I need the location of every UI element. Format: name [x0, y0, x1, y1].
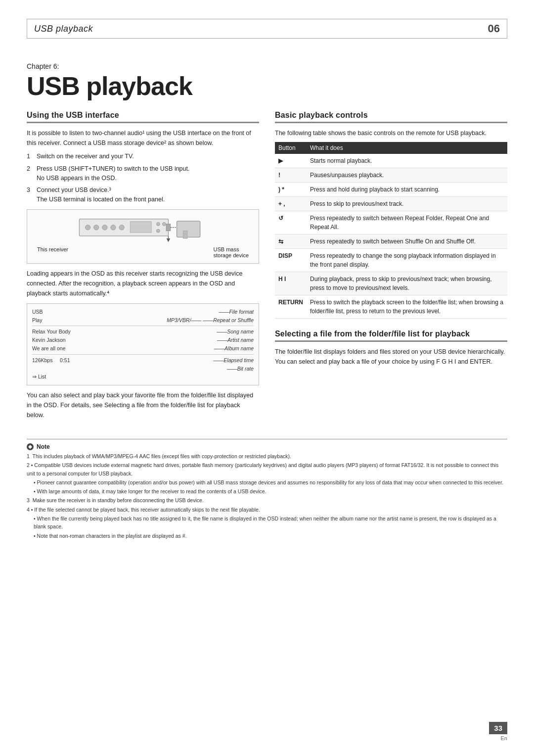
step-1-num: 1 — [27, 152, 34, 161]
diagram-labels: This receiver USB massstorage device — [32, 246, 254, 258]
selecting-section: Selecting a file from the folder/file li… — [275, 330, 507, 367]
note-list: 1 This includes playback of WMA/MP3/MPEG… — [27, 452, 507, 540]
svg-point-1 — [85, 225, 90, 230]
svg-rect-13 — [183, 231, 187, 238]
osd-row-8: ⇒ List — [32, 373, 254, 381]
osd-row-4: Kevin Jackson ——Artist name — [32, 336, 254, 344]
note-header: ◆ Note — [27, 443, 507, 450]
svg-point-8 — [162, 222, 166, 226]
header-title: USB playback — [34, 24, 93, 34]
svg-point-2 — [94, 225, 99, 230]
header-page-number: 06 — [488, 22, 500, 35]
btn-play: ▶ — [275, 154, 307, 168]
chapter-label: Chapter 6: — [27, 62, 507, 70]
svg-point-9 — [156, 229, 160, 233]
table-row: ⇆ Press repeatedly to switch between Shu… — [275, 235, 507, 249]
device-inner: This receiver USB massstorage device — [32, 215, 254, 258]
step-1-text: Switch on the receiver and your TV. — [37, 152, 134, 161]
table-body: ▶ Starts normal playback. ! Pauses/unpau… — [275, 154, 507, 319]
step-3: 3 Connect your USB device.³The USB termi… — [27, 186, 259, 204]
two-col-layout: Using the USB interface It is possible t… — [27, 111, 507, 424]
note-item-2: 2 • Compatible USB devices include exter… — [27, 461, 507, 477]
table-row: ) * Press and hold during playback to st… — [275, 183, 507, 197]
left-column: Using the USB interface It is possible t… — [27, 111, 259, 424]
action-play: Starts normal playback. — [307, 154, 507, 168]
note-item-3: 3 Make sure the receiver is in standby b… — [27, 496, 507, 504]
osd-diagram: USB ——File format Play MP3/VBR/—— ——Repe… — [27, 303, 259, 385]
btn-skip: + , — [275, 197, 307, 211]
svg-rect-12 — [177, 221, 200, 237]
osd-row-3: Relax Your Body ——Song name — [32, 328, 254, 336]
table-row: H I During playback, press to skip to pr… — [275, 272, 507, 295]
footer-page-number: 33 — [489, 722, 507, 734]
svg-rect-6 — [130, 221, 151, 232]
btn-shuffle: ⇆ — [275, 235, 307, 249]
right-intro: The following table shows the basic cont… — [275, 128, 507, 138]
btn-disp: DISP — [275, 249, 307, 272]
osd-row-7: ——Bit rate — [32, 365, 254, 373]
osd-row-6: 126Kbps 0:51 ——Elapsed time — [32, 356, 254, 365]
table-row: + , Press to skip to previous/next track… — [275, 197, 507, 211]
table-header: Button What it does — [275, 142, 507, 154]
svg-point-4 — [111, 225, 116, 230]
note-item-4b: • When the file currently being played b… — [27, 515, 507, 531]
selecting-heading: Selecting a file from the folder/file li… — [275, 330, 507, 342]
left-section-heading: Using the USB interface — [27, 111, 259, 123]
note-item-2b: • Pioneer cannot guarantee compatibility… — [27, 478, 507, 486]
diagram-label-receiver: This receiver — [37, 246, 68, 258]
diagram-label-usb: USB massstorage device — [213, 246, 249, 258]
svg-point-3 — [102, 225, 107, 230]
note-item-4: 4 • If the file selected cannot be playe… — [27, 506, 507, 514]
action-pause: Pauses/unpauses playback. — [307, 168, 507, 183]
selecting-text: The folder/file list displays folders an… — [275, 347, 507, 367]
chapter-area: Chapter 6: USB playback — [27, 62, 507, 101]
note-item-4c: • Note that non-roman characters in the … — [27, 532, 507, 540]
col-button: Button — [275, 142, 307, 154]
step-2: 2 Press USB (SHIFT+TUNER) to switch to t… — [27, 164, 259, 183]
svg-point-5 — [119, 225, 124, 230]
action-scan: Press and hold during playback to start … — [307, 183, 507, 197]
step-3-text: Connect your USB device.³The USB termina… — [37, 186, 165, 204]
btn-repeat: ↺ — [275, 211, 307, 235]
right-column: Basic playback controls The following ta… — [275, 111, 507, 424]
step-2-num: 2 — [27, 164, 34, 183]
right-section-heading: Basic playback controls — [275, 111, 507, 123]
chapter-title: USB playback — [27, 71, 507, 101]
page-footer: 33 En — [489, 722, 507, 741]
btn-scan: ) * — [275, 183, 307, 197]
btn-pause: ! — [275, 168, 307, 183]
table-row: DISP Press repeatedly to change the song… — [275, 249, 507, 272]
header-bar: USB playback 06 — [27, 19, 507, 39]
osd-row-1: USB ——File format — [32, 308, 254, 316]
note-icon: ◆ — [27, 443, 34, 450]
note-item-2c: • With large amounts of data, it may tak… — [27, 487, 507, 495]
table-row: ↺ Press repeatedly to switch between Rep… — [275, 211, 507, 235]
action-skip: Press to skip to previous/next track. — [307, 197, 507, 211]
action-shuffle: Press repeatedly to switch between Shuff… — [307, 235, 507, 249]
osd-row-2: Play MP3/VBR/—— ——Repeat or Shuffle — [32, 316, 254, 325]
note-item-1: 1 This includes playback of WMA/MP3/MPEG… — [27, 452, 507, 460]
left-intro: It is possible to listen to two-channel … — [27, 128, 259, 148]
svg-rect-10 — [166, 224, 171, 231]
note-label: Note — [37, 443, 50, 450]
step-1: 1 Switch on the receiver and your TV. — [27, 152, 259, 161]
step-2-text: Press USB (SHIFT+TUNER) to switch to the… — [37, 164, 189, 183]
col-action: What it does — [307, 142, 507, 154]
receiver-illustration — [74, 215, 212, 244]
action-return: Press to switch the playback screen to t… — [307, 295, 507, 319]
device-diagram: This receiver USB massstorage device — [27, 209, 259, 264]
notes-section: ◆ Note 1 This includes playback of WMA/M… — [27, 439, 507, 540]
osd-row-5: We are all one ——Album name — [32, 344, 254, 353]
svg-point-7 — [156, 222, 160, 226]
btn-hi: H I — [275, 272, 307, 295]
loading-text: Loading appears in the OSD as this recei… — [27, 269, 259, 298]
step-3-num: 3 — [27, 186, 34, 204]
table-row: ! Pauses/unpauses playback. — [275, 168, 507, 183]
action-hi: During playback, press to skip to previo… — [307, 272, 507, 295]
select-text: You can also select and play back your f… — [27, 390, 259, 420]
footer-lang: En — [501, 735, 507, 741]
action-repeat: Press repeatedly to switch between Repea… — [307, 211, 507, 235]
table-row: RETURN Press to switch the playback scre… — [275, 295, 507, 319]
action-disp: Press repeatedly to change the song play… — [307, 249, 507, 272]
table-row: ▶ Starts normal playback. — [275, 154, 507, 168]
